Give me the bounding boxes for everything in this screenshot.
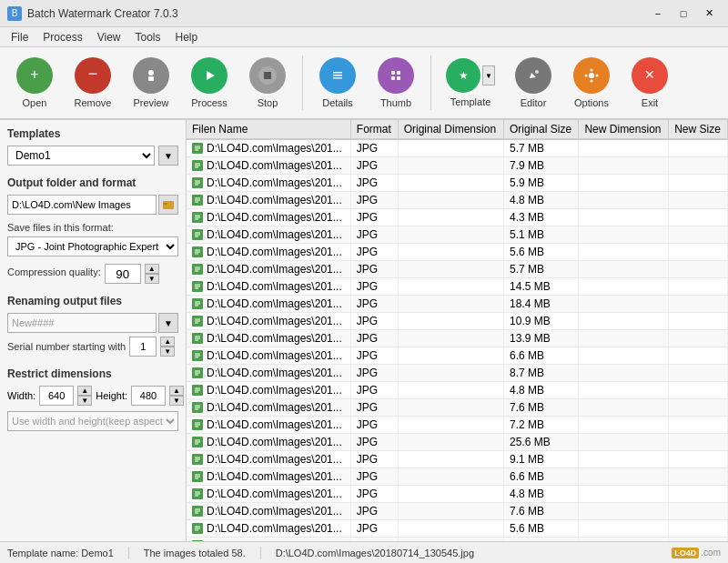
compression-up[interactable]: ▲ [145, 264, 159, 274]
exit-button[interactable]: ✕ Exit [622, 51, 677, 115]
table-row[interactable]: D:\LO4D.com\Images\201... JPG 7.6 MB [187, 399, 728, 417]
serial-down[interactable]: ▼ [160, 347, 175, 357]
compression-down[interactable]: ▼ [145, 274, 159, 284]
status-separator-1 [128, 547, 129, 559]
table-row[interactable]: D:\LO4D.com\Images\201... JPG 9.1 MB [187, 451, 728, 468]
table-row[interactable]: D:\LO4D.com\Images\201... JPG 5.7 MB [187, 139, 728, 157]
table-row[interactable]: D:\LO4D.com\Images\201... JPG 5.1 MB [187, 226, 728, 244]
table-row[interactable]: D:\LO4D.com\Images\201... JPG 14.5 MB [187, 278, 728, 296]
serial-input[interactable] [129, 337, 157, 357]
thumb-button[interactable]: Thumb [369, 51, 423, 115]
table-row[interactable]: D:\LO4D.com\Images\201... JPG 7.6 MB [187, 503, 728, 520]
details-label: Details [322, 97, 353, 108]
width-up[interactable]: ▲ [77, 386, 92, 396]
table-row[interactable]: D:\LO4D.com\Images\201... JPG 5.6 MB [187, 520, 728, 538]
cell-new-size [669, 209, 728, 226]
table-row[interactable]: D:\LO4D.com\Images\201... JPG 10.9 MB [187, 313, 728, 330]
options-icon [573, 57, 610, 94]
cell-orig-size: 5.9 MB [504, 175, 579, 192]
col-format: Format [350, 120, 398, 139]
aspect-select[interactable]: Use width and height(keep aspect ... [7, 411, 178, 431]
template-dropdown-arrow[interactable]: ▼ [482, 65, 495, 85]
table-row[interactable]: D:\LO4D.com\Images\201... JPG 8.7 MB [187, 365, 728, 382]
cell-orig-dim [398, 365, 503, 382]
rename-dropdown[interactable]: ▼ [158, 313, 178, 333]
cell-new-size [669, 157, 728, 175]
cell-new-dim [579, 209, 669, 226]
cell-format: JPG [350, 278, 398, 296]
height-up[interactable]: ▲ [169, 386, 184, 396]
table-row[interactable]: D:\LO4D.com\Images\201... JPG 4.3 MB [187, 209, 728, 226]
height-down[interactable]: ▼ [169, 396, 184, 406]
remove-button[interactable]: − Remove [66, 51, 120, 115]
table-row[interactable]: D:\LO4D.com\Images\201... JPG 4.8 MB [187, 382, 728, 399]
minimize-button[interactable]: − [646, 5, 670, 23]
table-row[interactable]: D:\LO4D.com\Images\201... JPG 7.9 MB [187, 157, 728, 175]
cell-orig-size: 7.6 MB [504, 399, 579, 417]
svg-text:−: − [88, 65, 98, 83]
cell-new-size [669, 434, 728, 451]
serial-up[interactable]: ▲ [160, 337, 175, 347]
cell-orig-size: 4.8 MB [504, 192, 579, 209]
svg-point-23 [535, 70, 539, 74]
table-row[interactable]: D:\LO4D.com\Images\201... JPG 13.9 MB [187, 330, 728, 347]
format-select[interactable]: JPG - Joint Photographic Experts ... [7, 236, 178, 256]
status-file-path: D:\LO4D.com\Images\20180714_130545.jpg [276, 548, 474, 558]
cell-new-dim [579, 296, 669, 313]
rename-input[interactable] [7, 313, 157, 333]
table-row[interactable]: D:\LO4D.com\Images\201... JPG 5.6 MB [187, 244, 728, 261]
file-table-body: D:\LO4D.com\Images\201... JPG 5.7 MB D:\… [187, 139, 728, 541]
process-button[interactable]: Process [182, 51, 237, 115]
table-row[interactable]: D:\LO4D.com\Images\201... JPG 7.0 MB [187, 538, 728, 542]
width-down[interactable]: ▼ [77, 396, 92, 406]
file-icon [192, 471, 203, 482]
rename-row: ▼ [7, 313, 178, 333]
svg-rect-16 [391, 71, 395, 75]
template-select[interactable]: Demo1 [7, 146, 155, 166]
table-row[interactable]: D:\LO4D.com\Images\201... JPG 4.8 MB [187, 192, 728, 209]
table-row[interactable]: D:\LO4D.com\Images\201... JPG 25.6 MB [187, 434, 728, 451]
table-row[interactable]: D:\LO4D.com\Images\201... JPG 18.4 MB [187, 296, 728, 313]
options-button[interactable]: Options [564, 51, 619, 115]
table-row[interactable]: D:\LO4D.com\Images\201... JPG 4.8 MB [187, 486, 728, 503]
cell-format: JPG [350, 175, 398, 192]
svg-rect-12 [333, 72, 342, 74]
table-row[interactable]: D:\LO4D.com\Images\201... JPG 5.9 MB [187, 175, 728, 192]
table-row[interactable]: D:\LO4D.com\Images\201... JPG 6.6 MB [187, 347, 728, 365]
menu-help[interactable]: Help [168, 29, 206, 45]
folder-browse-button[interactable] [158, 195, 178, 215]
template-expand-button[interactable]: ▼ [158, 146, 178, 166]
cell-new-size [669, 261, 728, 278]
maximize-button[interactable]: □ [672, 5, 695, 23]
width-input[interactable] [39, 386, 74, 406]
menu-tools[interactable]: Tools [128, 29, 168, 45]
template-button[interactable]: ★ ▼ Template [439, 51, 502, 115]
folder-input[interactable] [7, 195, 157, 215]
table-row[interactable]: D:\LO4D.com\Images\201... JPG 6.6 MB [187, 468, 728, 486]
stop-button[interactable]: Stop [240, 51, 295, 115]
details-button[interactable]: Details [310, 51, 365, 115]
file-icon [192, 402, 203, 413]
filename-text: D:\LO4D.com\Images\201... [207, 470, 342, 483]
menu-file[interactable]: File [4, 29, 35, 45]
close-button[interactable]: ✕ [697, 5, 721, 23]
menu-view[interactable]: View [90, 29, 128, 45]
svg-point-29 [596, 75, 599, 77]
menu-process[interactable]: Process [35, 29, 89, 45]
editor-button[interactable]: Editor [506, 51, 561, 115]
cell-orig-dim [398, 399, 503, 417]
table-row[interactable]: D:\LO4D.com\Images\201... JPG 7.2 MB [187, 417, 728, 434]
logo-text: .com [701, 548, 721, 558]
stop-icon [249, 57, 286, 94]
preview-button[interactable]: Preview [124, 51, 178, 115]
table-row[interactable]: D:\LO4D.com\Images\201... JPG 5.7 MB [187, 261, 728, 278]
height-input[interactable] [131, 386, 166, 406]
file-list-scroll[interactable]: Filen Name Format Original Dimension Ori… [187, 120, 728, 541]
file-icon [192, 246, 203, 257]
open-button[interactable]: + Open [7, 51, 62, 115]
file-icon [192, 298, 203, 309]
cell-orig-size: 6.6 MB [504, 347, 579, 365]
remove-icon: − [75, 57, 111, 94]
cell-format: JPG [350, 503, 398, 520]
compression-input[interactable] [105, 264, 141, 284]
